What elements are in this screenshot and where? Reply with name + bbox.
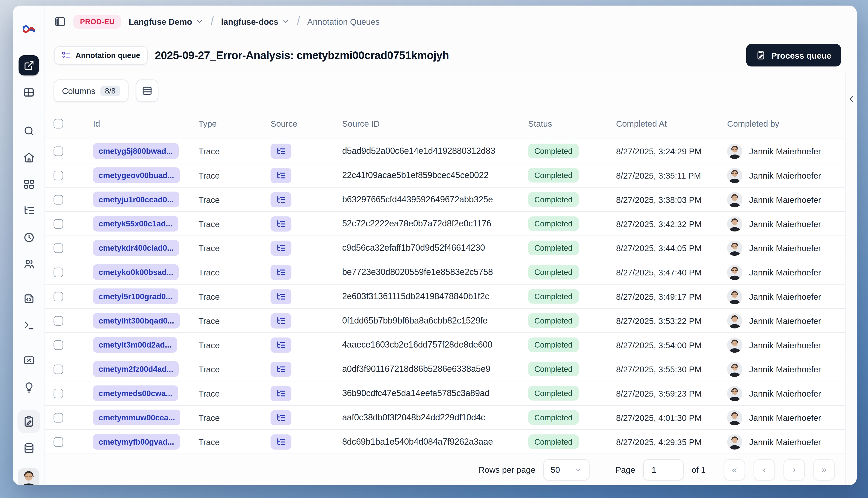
sidebar-item-grid-2x2[interactable] <box>18 82 39 102</box>
environment-badge[interactable]: PROD-EU <box>73 14 121 29</box>
trace-source-link[interactable] <box>271 313 292 328</box>
sidebar-item-list-tree[interactable] <box>20 202 37 219</box>
item-id-link[interactable]: cmetyg5j800bwad... <box>93 143 178 159</box>
trace-source-link[interactable] <box>271 168 292 183</box>
item-type: Trace <box>198 291 271 301</box>
item-id-link[interactable]: cmetymmuw00cea... <box>93 409 181 425</box>
row-checkbox[interactable] <box>54 170 63 180</box>
trace-source-link[interactable] <box>271 362 292 377</box>
table-row[interactable]: cmetykdr400ciad0... Trace c9d56ca32efaff… <box>45 236 846 260</box>
table-row[interactable]: cmetylt3m00d2ad... Trace 4aaece1603cb2e1… <box>45 332 846 357</box>
trace-source-link[interactable] <box>271 386 292 401</box>
table-row[interactable]: cmetyl5r100grad0... Trace 2e603f31361115… <box>45 284 846 308</box>
row-checkbox[interactable] <box>54 316 63 325</box>
table-row[interactable]: cmetyg5j800bwad... Trace d5ad9d52a00c6e1… <box>45 139 846 163</box>
user-avatar-button[interactable] <box>18 468 39 485</box>
item-id-link[interactable]: cmetyk55x00c1ad... <box>93 216 178 232</box>
row-checkbox[interactable] <box>54 364 63 374</box>
table-row[interactable]: cmetymmuw00cea... Trace aaf0c38db0f3f204… <box>45 405 846 429</box>
trace-source-link[interactable] <box>271 216 292 231</box>
list-tree-icon <box>276 316 286 325</box>
trace-source-link[interactable] <box>271 434 292 449</box>
row-checkbox[interactable] <box>54 243 63 253</box>
row-checkbox[interactable] <box>54 413 63 422</box>
avatar <box>727 240 742 255</box>
page-number-input[interactable]: 1 <box>643 459 684 480</box>
item-id-link[interactable]: cmetygeov00buad... <box>93 167 180 183</box>
sidebar-item-lightbulb[interactable] <box>20 379 37 395</box>
table-row[interactable]: cmetyk55x00c1ad... Trace 52c72c2222ea78e… <box>45 211 846 236</box>
table-row[interactable]: cmetygeov00buad... Trace 22c41f09acae5b1… <box>45 163 846 187</box>
status-badge: Completed <box>528 386 579 401</box>
item-id-link[interactable]: cmetymeds00cwa... <box>93 385 178 401</box>
status-badge: Completed <box>528 144 579 158</box>
column-header-source[interactable]: Source <box>271 118 342 128</box>
table-row[interactable]: cmetyju1r00ccad0... Trace b63297665cfd44… <box>45 187 846 211</box>
row-checkbox[interactable] <box>54 291 63 301</box>
item-id-link[interactable]: cmetykdr400ciad0... <box>93 240 179 256</box>
row-checkbox[interactable] <box>54 195 63 204</box>
row-checkbox[interactable] <box>54 267 63 277</box>
item-id-link[interactable]: cmetym2fz00d4ad... <box>93 361 179 377</box>
sidebar-item-database[interactable] <box>20 440 37 456</box>
table-row[interactable]: cmetymeds00cwa... Trace 36b90cdfc47e5da1… <box>45 381 846 405</box>
sidebar-item-home[interactable] <box>20 149 37 166</box>
table-row[interactable]: cmetym2fz00d4ad... Trace a0df3f901167218… <box>45 357 846 381</box>
trace-source-link[interactable] <box>271 289 292 304</box>
langfuse-logo[interactable] <box>22 22 36 37</box>
row-checkbox[interactable] <box>54 146 63 156</box>
sidebar-item-terminal[interactable] <box>20 316 37 333</box>
sidebar-item-users[interactable] <box>20 255 37 272</box>
table-row[interactable]: cmetymyfb00gvad... Trace 8dc69b1ba1e540b… <box>45 429 846 454</box>
trace-source-link[interactable] <box>271 265 292 280</box>
next-page-button[interactable]: › <box>783 459 805 480</box>
breadcrumb-project[interactable]: langfuse-docs <box>221 16 289 26</box>
row-checkbox[interactable] <box>54 219 63 228</box>
item-id-link[interactable]: cmetymyfb00gvad... <box>93 434 180 450</box>
source-id-value: c9d56ca32efaff1b70d9d52f46614230 <box>342 243 528 253</box>
last-page-button[interactable]: » <box>813 459 835 480</box>
row-checkbox[interactable] <box>54 340 63 350</box>
first-page-button[interactable]: « <box>724 459 745 480</box>
column-header-completed-at[interactable]: Completed At <box>616 118 727 128</box>
column-header-id[interactable]: Id <box>93 118 198 128</box>
sidebar-item-search[interactable] <box>20 122 37 139</box>
sidebar-item-external-link[interactable] <box>18 55 39 76</box>
item-id-link[interactable]: cmetylt3m00d2ad... <box>93 337 177 353</box>
row-height-button[interactable] <box>136 80 158 102</box>
table-row[interactable]: cmetyko0k00bsad... Trace be7723e30d80205… <box>45 260 846 284</box>
item-id-link[interactable]: cmetyl5r100grad0... <box>93 288 178 304</box>
process-queue-button[interactable]: Process queue <box>746 44 841 67</box>
column-header-completed-by[interactable]: Completed by <box>727 118 845 128</box>
trace-source-link[interactable] <box>271 410 292 425</box>
sidebar-item-file-code[interactable] <box>20 290 37 307</box>
item-id-link[interactable]: cmetyju1r00ccad0... <box>93 192 179 207</box>
list-checks-icon <box>62 51 71 60</box>
sidebar-item-percent-card[interactable] <box>20 352 37 368</box>
previous-page-button[interactable]: ‹ <box>753 459 775 480</box>
column-header-status[interactable]: Status <box>528 118 616 128</box>
item-id-link[interactable]: cmetyko0k00bsad... <box>93 264 179 280</box>
sidebar-item-clipboard-pen[interactable] <box>17 410 40 433</box>
trace-source-link[interactable] <box>271 337 292 352</box>
item-id-link[interactable]: cmetylht300bqad0... <box>93 313 180 329</box>
project-name: langfuse-docs <box>221 16 278 26</box>
collapse-panel-button[interactable] <box>847 92 856 106</box>
breadcrumb-org[interactable]: Langfuse Demo <box>129 16 204 26</box>
chevron-down-icon <box>282 17 290 25</box>
sidebar-item-layout-dashboard[interactable] <box>20 176 37 193</box>
select-all-checkbox[interactable] <box>54 118 63 128</box>
row-checkbox[interactable] <box>54 437 63 447</box>
top-header: PROD-EU Langfuse Demo / langfuse-docs / … <box>45 5 857 37</box>
sidebar-toggle-button[interactable] <box>54 15 66 27</box>
column-header-source-id[interactable]: Source ID <box>342 118 528 128</box>
row-checkbox[interactable] <box>54 389 63 398</box>
sidebar-item-clock[interactable] <box>20 229 37 246</box>
column-header-type[interactable]: Type <box>198 118 271 128</box>
trace-source-link[interactable] <box>271 192 292 207</box>
trace-source-link[interactable] <box>271 144 292 159</box>
trace-source-link[interactable] <box>271 240 292 255</box>
columns-button[interactable]: Columns 8/8 <box>54 80 129 102</box>
table-row[interactable]: cmetylht300bqad0... Trace 0f1dd65b7bb9bf… <box>45 308 846 332</box>
rows-per-page-select[interactable]: 50 <box>543 459 590 480</box>
